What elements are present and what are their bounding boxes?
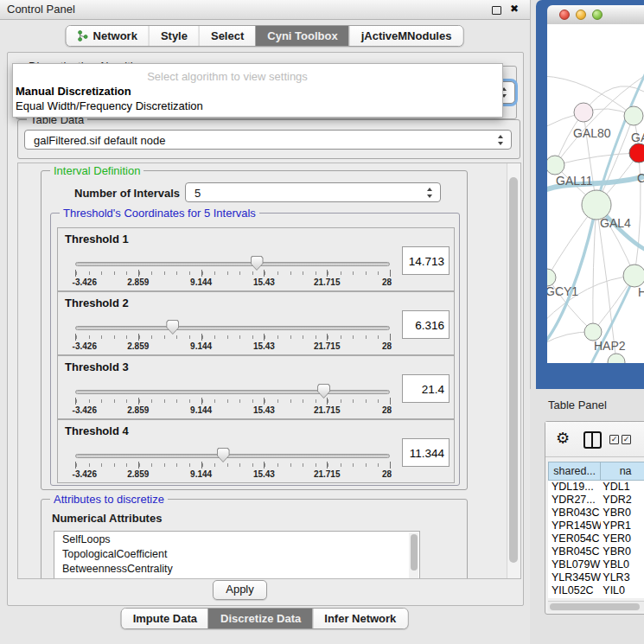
tick-label: 2.859 (127, 405, 149, 415)
gear-icon[interactable]: ⚙ (556, 430, 570, 447)
close-traffic-light[interactable] (559, 10, 570, 20)
tab-network[interactable]: Network (67, 26, 149, 46)
table-data-combobox[interactable]: galFiltered.sif default node (24, 130, 512, 150)
close-icon[interactable]: ✖ (510, 3, 519, 16)
interval-definition-group: Interval Definition Number of Intervals … (41, 170, 468, 490)
network-window-titlebar (547, 5, 644, 25)
slider-handle[interactable] (317, 384, 330, 399)
major-tick (138, 398, 139, 405)
tab-label: Style (161, 29, 188, 42)
minimize-traffic-light[interactable] (576, 10, 586, 20)
tick-label: 15.43 (253, 405, 275, 415)
node-label-clipped-h: H (638, 285, 644, 299)
table-row[interactable]: YBR045CYBR0 (548, 545, 644, 558)
table-cell: YBR0 (601, 545, 644, 558)
numerical-attributes-list[interactable]: SelfLoopsTopologicalCoefficientBetweenne… (54, 531, 420, 579)
dropdown-item-manual-discretization[interactable]: Manual Discretization (16, 85, 131, 98)
table-cell: YER054C (548, 532, 601, 545)
settings-scrollbar[interactable] (507, 163, 520, 578)
major-tick (201, 462, 202, 469)
threshold-value-field[interactable]: 6.316 (402, 310, 450, 339)
window-title: Control Panel (7, 3, 75, 16)
checkbox-icon[interactable]: ✓ (609, 435, 619, 444)
tab-label: Impute Data (133, 612, 197, 625)
table-row[interactable]: YBR043CYBR0 (548, 507, 644, 520)
slider-tick-labels: -3.4262.8599.14415.4321.71528 (75, 469, 390, 480)
tick-label: 28 (382, 277, 392, 287)
dropdown-item-equal-width-frequency[interactable]: Equal Width/Frequency Discretization (16, 99, 203, 112)
slider-handle[interactable] (166, 320, 179, 335)
column-header-shared[interactable]: shared... (548, 462, 601, 481)
slider-handle[interactable] (217, 448, 230, 462)
tick-label: 21.715 (314, 405, 341, 415)
major-tick (75, 270, 76, 277)
tick-label: 28 (382, 469, 392, 479)
slider-track[interactable] (75, 454, 390, 458)
attribute-item[interactable]: SelfLoops (54, 532, 419, 546)
group-label: Attributes to discretize (50, 493, 168, 506)
slider-track[interactable] (75, 326, 390, 330)
slider-handle[interactable] (251, 256, 264, 271)
column-header-name[interactable]: na (601, 462, 644, 481)
node-red (629, 143, 644, 163)
table-row[interactable]: YDR27...YDR2 (548, 494, 644, 507)
slider-track[interactable] (75, 262, 390, 266)
table-cell: YDL1 (601, 481, 644, 494)
table-cell: YPR1 (601, 520, 644, 532)
number-of-intervals-label: Number of Intervals (74, 187, 180, 200)
threshold-value-field[interactable]: 14.713 (402, 246, 450, 275)
node-label-hap2: HAP2 (594, 339, 626, 353)
attribute-item[interactable]: BetweennessCentrality (54, 561, 419, 576)
tab-discretize-data[interactable]: Discretize Data (208, 609, 312, 628)
major-tick (327, 462, 328, 469)
tab-style[interactable]: Style (149, 26, 199, 46)
tab-cyni-toolbox[interactable]: Cyni Toolbox (255, 26, 348, 46)
node-bottom (608, 354, 625, 363)
table-row[interactable]: YBL079WYBL0 (548, 558, 644, 571)
attribute-item[interactable]: TopologicalCoefficient (54, 546, 419, 561)
network-icon (78, 30, 89, 41)
threshold-value-field[interactable]: 11.344 (402, 438, 450, 467)
tab-infer-network[interactable]: Infer Network (312, 609, 407, 628)
scrollbar-thumb[interactable] (509, 177, 518, 563)
node-label-gal11: GAL11 (556, 174, 593, 188)
split-table-icon[interactable] (583, 431, 602, 449)
table-row[interactable]: YDL19...YDL1 (548, 481, 644, 494)
table-header-row: shared... na (548, 462, 644, 481)
table-row[interactable]: YLR345WYLR3 (548, 571, 644, 584)
tick-label: 9.144 (190, 341, 212, 351)
zoom-traffic-light[interactable] (592, 10, 603, 20)
threshold-value-field[interactable]: 21.4 (402, 374, 450, 403)
table-row[interactable]: YIL052CYIL0 (548, 584, 644, 597)
table-cell: YBR043C (548, 507, 601, 520)
threshold-label: Threshold 4 (65, 424, 129, 437)
scrollbar-thumb[interactable] (550, 603, 640, 610)
threshold-label: Threshold 2 (65, 296, 129, 309)
slider-track[interactable] (75, 390, 390, 394)
tab-impute-data[interactable]: Impute Data (122, 609, 208, 628)
table-row[interactable]: YER054CYER0 (548, 532, 644, 545)
tab-select[interactable]: Select (199, 26, 255, 46)
float-window-icon[interactable] (492, 6, 501, 15)
table-hscrollbar[interactable] (548, 601, 644, 611)
list-scrollbar[interactable] (409, 532, 418, 579)
node-table-body: YDL19...YDL1YDR27...YDR2YBR043CYBR0YPR14… (548, 481, 644, 597)
control-panel-tab-bar: Network Style Select Cyni Toolbox jActiv… (66, 25, 464, 47)
slider-minor-ticks (76, 335, 391, 339)
major-tick (264, 398, 265, 405)
control-panel-titlebar: Control Panel ✖ (0, 0, 530, 20)
node-gal80 (574, 103, 593, 122)
combo-arrows-icon (427, 188, 433, 198)
major-tick (201, 398, 202, 405)
number-of-intervals-combobox[interactable]: 5 (185, 182, 441, 202)
group-label: Threshold's Coordinates for 5 Intervals (60, 207, 259, 220)
apply-button[interactable]: Apply (213, 580, 267, 600)
network-canvas[interactable]: GAL80 GA GAL11 C GAL4 GCY1 H HAP2 (547, 24, 644, 363)
tab-jactivemnodules[interactable]: jActiveMNodules (349, 26, 463, 46)
checkbox-icon[interactable]: ✓ (622, 435, 631, 444)
tab-label: Cyni Toolbox (267, 29, 337, 42)
scrollbar-thumb[interactable] (411, 534, 418, 571)
threshold-label: Threshold 1 (65, 233, 129, 245)
table-row[interactable]: YPR145WYPR1 (548, 520, 644, 532)
tick-label: 21.715 (314, 341, 341, 351)
